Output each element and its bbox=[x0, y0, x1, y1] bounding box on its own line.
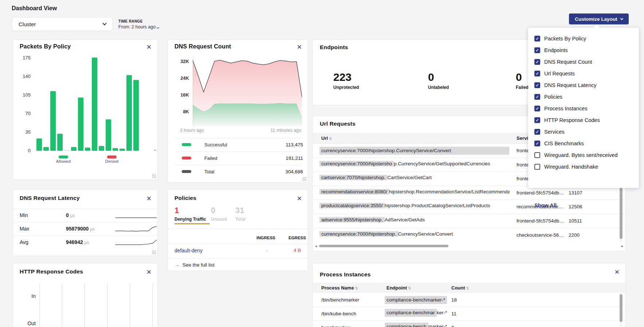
unused-count: 0 bbox=[211, 206, 215, 215]
resize-handle[interactable] bbox=[152, 250, 156, 254]
tab-denying-traffic[interactable]: Denying Traffic bbox=[174, 217, 206, 222]
unprotected-value: 223 bbox=[333, 71, 352, 83]
menu-item-wireguard-handshake[interactable]: ✓Wireguard. Handshake bbox=[528, 161, 639, 173]
url-cell: currencyservice:7000/hipstershop.Currenc… bbox=[319, 147, 510, 155]
divider bbox=[13, 209, 157, 209]
checked-checkbox-icon[interactable]: ✓ bbox=[534, 129, 540, 135]
count-column-header: Count⇅ bbox=[451, 285, 469, 291]
checked-checkbox-icon[interactable]: ✓ bbox=[534, 82, 540, 88]
y-tick: 35 bbox=[18, 129, 31, 135]
checked-checkbox-icon[interactable]: ✓ bbox=[534, 36, 540, 42]
y-tick: 24K bbox=[176, 75, 189, 81]
total-count: 31 bbox=[235, 206, 244, 215]
menu-item-wireguard-bytes-sent-received[interactable]: ✓Wireguard. Bytes sent/received bbox=[528, 149, 639, 161]
resize-handle[interactable] bbox=[302, 177, 306, 181]
see-full-list-link[interactable]: See the full list bbox=[182, 262, 215, 268]
checked-checkbox-icon[interactable]: ✓ bbox=[534, 106, 540, 111]
menu-item-label: Process Instances bbox=[544, 106, 587, 111]
close-icon[interactable]: ✕ bbox=[146, 44, 152, 50]
process-name-cell: /bin/kube-bench bbox=[321, 311, 356, 316]
legend-divider bbox=[174, 151, 301, 152]
failed-value: 0 bbox=[516, 71, 522, 83]
count-cell: 9 bbox=[451, 325, 454, 327]
checked-checkbox-icon[interactable]: ✓ bbox=[534, 71, 540, 76]
y-tick: 16K bbox=[176, 92, 189, 98]
policy-name-link[interactable]: default-deny bbox=[174, 248, 203, 253]
process-name-column-header: Process Name⇅ bbox=[321, 285, 358, 291]
close-icon[interactable]: ✕ bbox=[297, 44, 302, 50]
y-tick: 140 bbox=[18, 74, 31, 79]
menu-item-http-response-codes[interactable]: ✓HTTP Response Codes bbox=[528, 114, 639, 126]
menu-item-policies[interactable]: ✓Policies bbox=[528, 91, 639, 103]
endpoint-cell: compliance-benchmarker-* bbox=[385, 296, 447, 304]
gridline bbox=[39, 283, 40, 327]
customize-layout-button[interactable]: Customize Layout bbox=[569, 13, 629, 24]
policies-card: Policies ✕ 1 Denying Traffic 0 Unused 31… bbox=[168, 189, 308, 271]
packets-bar-chart bbox=[36, 55, 156, 151]
close-icon[interactable]: ✕ bbox=[146, 196, 152, 202]
denied-legend-swatch bbox=[107, 155, 117, 158]
menu-item-dns-request-count[interactable]: ✓DNS Request Count bbox=[528, 56, 639, 68]
checked-checkbox-icon[interactable]: ✓ bbox=[534, 94, 540, 100]
resize-handle[interactable] bbox=[152, 174, 156, 178]
close-icon[interactable]: ✕ bbox=[297, 196, 302, 202]
checked-checkbox-icon[interactable]: ✓ bbox=[534, 47, 540, 53]
endpoints-title: Endpoints bbox=[320, 44, 348, 51]
unchecked-checkbox-icon[interactable]: ✓ bbox=[534, 164, 540, 170]
show-all-link[interactable]: Show All bbox=[534, 202, 557, 208]
latency-sparkline bbox=[115, 238, 157, 246]
checked-checkbox-icon[interactable]: ✓ bbox=[534, 59, 540, 65]
dns-request-latency-card: DNS Request Latency ✕ Min0 µsMax95879000… bbox=[13, 189, 158, 256]
tab-total[interactable]: Total bbox=[235, 217, 246, 222]
packets-by-policy-title: Packets By Policy bbox=[20, 43, 71, 50]
checked-checkbox-icon[interactable]: ✓ bbox=[534, 141, 540, 146]
vertical-scrollbar[interactable] bbox=[620, 293, 623, 327]
divider bbox=[168, 229, 308, 229]
menu-item-label: Endpoints bbox=[544, 47, 568, 53]
count-cell: 13107 bbox=[569, 190, 582, 196]
horizontal-scrollbar-thumb[interactable] bbox=[319, 245, 448, 247]
y-tick: 8K bbox=[176, 109, 189, 114]
url-requests-title: Url Requests bbox=[320, 121, 356, 127]
chevron-down-icon bbox=[157, 26, 159, 29]
sort-icon[interactable]: ⇅ bbox=[355, 286, 358, 290]
menu-item-process-instances[interactable]: ✓Process Instances bbox=[528, 103, 639, 114]
service-cell: frontend-5fc5754db… bbox=[517, 190, 567, 196]
total-swatch bbox=[182, 170, 191, 173]
dns-request-count-title: DNS Request Count bbox=[174, 43, 231, 50]
sort-icon[interactable]: ⇅ bbox=[329, 137, 332, 141]
unchecked-checkbox-icon[interactable]: ✓ bbox=[534, 152, 540, 158]
close-icon[interactable]: ✕ bbox=[614, 269, 620, 275]
url-column-header: Url⇅ bbox=[321, 135, 332, 141]
view-selector[interactable]: Cluster bbox=[12, 17, 113, 31]
scroll-right-icon[interactable]: ► bbox=[621, 244, 624, 248]
menu-item-url-requests[interactable]: ✓Url Requests bbox=[528, 68, 639, 79]
close-icon[interactable]: ✕ bbox=[146, 269, 152, 275]
sort-icon[interactable]: ⇅ bbox=[408, 286, 411, 290]
sort-icon[interactable]: ⇅ bbox=[466, 286, 469, 290]
checked-checkbox-icon[interactable]: ✓ bbox=[534, 117, 540, 123]
menu-item-dns-request-latency[interactable]: ✓DNS Request Latency bbox=[528, 79, 639, 91]
menu-item-cis-benchmarks[interactable]: ✓CIS Benchmarks bbox=[528, 138, 639, 149]
time-range: TIME RANGE From: 2 hours ago bbox=[118, 19, 159, 29]
latency-sparkline bbox=[115, 211, 157, 219]
scroll-left-icon[interactable]: ◄ bbox=[314, 244, 318, 248]
vertical-scrollbar-thumb[interactable] bbox=[620, 294, 623, 322]
menu-item-services[interactable]: ✓Services bbox=[528, 126, 639, 138]
customize-layout-label: Customize Layout bbox=[575, 16, 617, 22]
tab-unused[interactable]: Unused bbox=[211, 217, 227, 222]
unlabeled-label: Unlabeled bbox=[428, 85, 449, 90]
gridline bbox=[84, 283, 85, 327]
count-cell: 12506 bbox=[569, 204, 582, 209]
count-cell: 11 bbox=[451, 311, 456, 316]
latency-sparkline bbox=[115, 225, 157, 233]
menu-item-label: Services bbox=[544, 129, 565, 135]
menu-item-packets-by-policy[interactable]: ✓Packets By Policy bbox=[528, 33, 639, 44]
vertical-scrollbar-thumb[interactable] bbox=[620, 188, 623, 239]
menu-item-endpoints[interactable]: ✓Endpoints bbox=[528, 44, 639, 56]
menu-item-label: HTTP Response Codes bbox=[544, 117, 600, 123]
time-range-value[interactable]: From: 2 hours ago bbox=[118, 24, 159, 29]
customize-layout-menu: ✓Packets By Policy✓Endpoints✓DNS Request… bbox=[528, 28, 639, 188]
endpoint-cell: compliance-benchmarker-* bbox=[385, 324, 447, 327]
egress-column-header: EGRESS bbox=[288, 236, 306, 240]
